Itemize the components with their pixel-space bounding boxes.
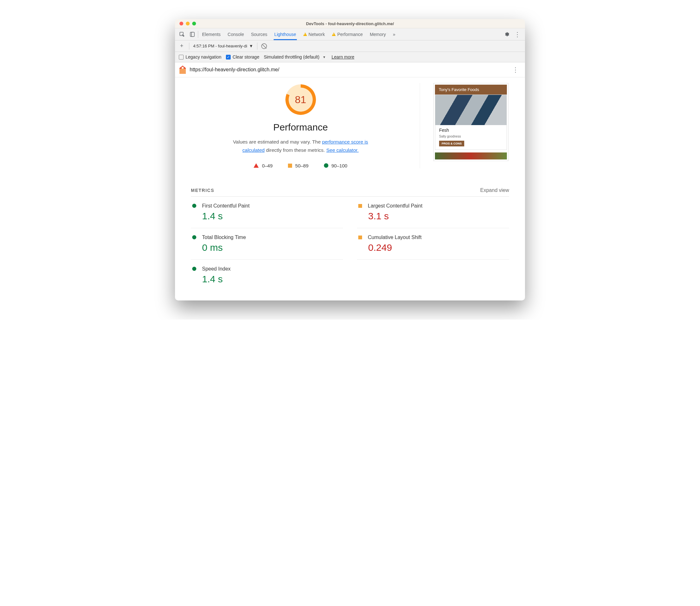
gear-icon[interactable] (502, 30, 511, 39)
window-controls (179, 22, 196, 25)
new-report-button[interactable]: + (178, 43, 185, 49)
legend-average: 50–89 (288, 163, 309, 168)
calculator-link[interactable]: See calculator. (326, 147, 359, 153)
thumb-header: Tony's Favorite Foods (435, 85, 507, 95)
separator (189, 43, 189, 50)
metric-si[interactable]: Speed Index 1.4 s (191, 260, 343, 291)
report-row: + 4:57:16 PM - foul-heavenly-di ▼ (175, 41, 525, 52)
desc-text: directly from these metrics. (265, 147, 327, 153)
legacy-navigation-checkbox[interactable]: Legacy navigation (179, 54, 221, 60)
legend-range: 50–89 (295, 163, 309, 168)
minimize-window-icon[interactable] (186, 22, 190, 25)
close-window-icon[interactable] (179, 22, 183, 25)
report-url: https://foul-heavenly-direction.glitch.m… (190, 67, 280, 73)
square-orange-icon (358, 204, 362, 208)
category-title: Performance (273, 122, 328, 133)
metric-lcp[interactable]: Largest Contentful Paint 3.1 s (357, 197, 509, 228)
tab-network[interactable]: Network (303, 29, 325, 40)
metric-value: 0 ms (202, 242, 342, 253)
devtools-window: DevTools - foul-heavenly-direction.glitc… (175, 19, 525, 300)
circle-green-icon (192, 267, 196, 271)
thumb-card: Fesh Salty goodness PROS & CONS (435, 95, 507, 150)
devtools-tabs: Elements Console Sources Lighthouse Netw… (175, 28, 525, 41)
metric-value: 1.4 s (202, 274, 342, 284)
metric-label: Largest Contentful Paint (368, 203, 423, 209)
legend-range: 0–49 (262, 163, 272, 168)
legend-range: 90–100 (332, 163, 347, 168)
metric-value: 3.1 s (368, 211, 508, 222)
circle-green-icon (192, 204, 196, 208)
tab-performance-label: Performance (337, 32, 363, 37)
circle-green-icon (192, 235, 196, 239)
score-value: 81 (285, 84, 316, 115)
report-summary: 81 Performance Values are estimated and … (175, 77, 525, 168)
tab-lighthouse[interactable]: Lighthouse (274, 29, 297, 40)
svg-rect-2 (192, 32, 194, 37)
metric-tbt[interactable]: Total Blocking Time 0 ms (191, 228, 343, 260)
tab-elements[interactable]: Elements (201, 29, 221, 40)
clear-storage-checkbox[interactable]: ✓ Clear storage (226, 54, 259, 60)
tab-more[interactable]: » (392, 29, 396, 40)
kebab-menu-icon[interactable]: ⋮ (512, 30, 523, 38)
metrics-heading: METRICS (191, 188, 214, 193)
separator (257, 43, 258, 50)
metric-label: First Contentful Paint (202, 203, 249, 209)
legend-pass: 90–100 (324, 163, 347, 168)
gauge-column: 81 Performance Values are estimated and … (188, 83, 420, 168)
device-toggle-icon[interactable] (188, 30, 197, 39)
category-description: Values are estimated and may vary. The p… (232, 138, 369, 155)
learn-more-link[interactable]: Learn more (332, 54, 355, 60)
square-orange-icon (288, 164, 292, 168)
chevron-down-icon: ▼ (249, 44, 253, 48)
legacy-label: Legacy navigation (186, 54, 221, 60)
thumb-card-button: PROS & CONS (439, 141, 464, 146)
circle-green-icon (324, 163, 328, 168)
expand-view-toggle[interactable]: Expand view (480, 187, 509, 193)
lighthouse-logo-icon (179, 66, 186, 74)
metric-value: 0.249 (368, 242, 508, 253)
thumb-image (435, 95, 507, 125)
checkbox-checked-icon: ✓ (226, 55, 231, 60)
warning-icon (303, 32, 307, 36)
clear-icon[interactable] (261, 43, 267, 49)
thumb-image-2 (435, 153, 507, 160)
checkbox-icon (179, 55, 184, 60)
metric-label: Cumulative Layout Shift (368, 235, 421, 240)
zoom-window-icon[interactable] (192, 22, 196, 25)
warning-icon (332, 32, 336, 36)
report-dropdown-label: 4:57:16 PM - foul-heavenly-di (193, 44, 247, 48)
titlebar: DevTools - foul-heavenly-direction.glitc… (175, 19, 525, 28)
metric-label: Speed Index (202, 266, 231, 272)
metric-cls[interactable]: Cumulative Layout Shift 0.249 (357, 228, 509, 260)
throttling-label: Simulated throttling (default) (264, 54, 319, 60)
tab-sources[interactable]: Sources (250, 29, 268, 40)
report-dropdown[interactable]: 4:57:16 PM - foul-heavenly-di ▼ (193, 44, 253, 48)
window-title: DevTools - foul-heavenly-direction.glitc… (175, 21, 525, 26)
tab-memory[interactable]: Memory (369, 29, 387, 40)
tab-console[interactable]: Console (227, 29, 244, 40)
throttling-dropdown[interactable]: Simulated throttling (default) ▼ (264, 54, 327, 60)
metrics-section: METRICS Expand view First Contentful Pai… (175, 168, 525, 300)
square-orange-icon (358, 235, 362, 239)
score-gauge[interactable]: 81 (285, 84, 316, 115)
legend-fail: 0–49 (254, 163, 272, 168)
thumb-card-sub: Salty goodness (439, 135, 503, 138)
tab-network-label: Network (309, 32, 325, 37)
clear-label: Clear storage (233, 54, 259, 60)
inspect-icon[interactable] (177, 30, 187, 39)
desc-text: Values are estimated and may vary. The (233, 139, 322, 144)
options-row: Legacy navigation ✓ Clear storage Simula… (175, 52, 525, 62)
triangle-red-icon (254, 163, 259, 168)
page-screenshot[interactable]: Tony's Favorite Foods Fesh Salty goodnes… (433, 83, 508, 161)
screenshot-column: Tony's Favorite Foods Fesh Salty goodnes… (430, 83, 512, 168)
report-menu-icon[interactable]: ⋮ (510, 66, 521, 73)
metric-label: Total Blocking Time (202, 235, 246, 240)
metric-fcp[interactable]: First Contentful Paint 1.4 s (191, 197, 343, 228)
chevron-down-icon: ▼ (323, 55, 326, 59)
tab-performance[interactable]: Performance (331, 29, 363, 40)
score-legend: 0–49 50–89 90–100 (254, 163, 347, 168)
metric-value: 1.4 s (202, 211, 342, 222)
thumb-card-title: Fesh (439, 127, 503, 133)
address-row: https://foul-heavenly-direction.glitch.m… (175, 62, 525, 77)
